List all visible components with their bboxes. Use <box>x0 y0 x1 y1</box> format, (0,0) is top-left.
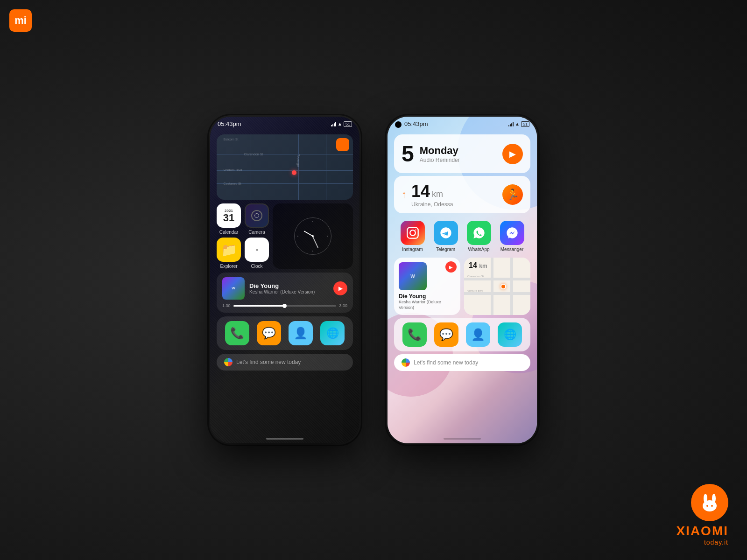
dark-music-artist: Kesha Warrior (Deluxe Version) <box>249 289 329 294</box>
light-dock-contacts[interactable]: 👤 <box>466 322 490 347</box>
light-apps-row: Instagram Telegram <box>394 216 530 255</box>
brand-sub: today.it <box>676 539 728 546</box>
light-battery-icon: 51 <box>521 121 529 127</box>
dark-map-widget[interactable]: Balcom St Clarendon St Ventura Blvd Cost… <box>217 134 353 200</box>
brand-name: XIAOMI <box>676 524 728 539</box>
steps-arrow-icon: ↑ <box>402 189 407 201</box>
whatsapp-icon <box>467 221 491 245</box>
app-messenger[interactable]: Messanger <box>500 221 524 252</box>
dark-apps-section: 2021 31 Calendar 📁 Explorer <box>217 203 353 269</box>
light-phone: 05:43pm ▲ 51 5 Monday <box>388 117 537 443</box>
svg-rect-5 <box>407 227 418 238</box>
dock-contacts[interactable]: 👤 <box>289 321 313 345</box>
dark-home-indicator <box>266 438 303 440</box>
clock-icon <box>245 238 269 262</box>
dark-dock: 📞 💬 👤 🌐 <box>217 316 353 350</box>
app-explorer[interactable]: 📁 Explorer <box>217 238 241 269</box>
light-dock-notes[interactable]: 🌐 <box>498 322 522 347</box>
light-dock: 📞 💬 👤 🌐 <box>394 318 530 351</box>
dark-album-art: W <box>222 277 245 300</box>
light-signal-icon <box>508 122 514 126</box>
light-dock-phone[interactable]: 📞 <box>402 322 427 347</box>
dark-progress-track[interactable] <box>233 305 337 307</box>
calendar-label: Calendar <box>219 230 239 235</box>
camera-icon <box>245 203 269 228</box>
clock-label: Clock <box>251 264 262 269</box>
instagram-label: Instagram <box>402 247 423 252</box>
light-audio-play[interactable]: ▶ <box>502 144 523 164</box>
app-clock[interactable]: Clock <box>245 238 269 269</box>
light-map-widget[interactable]: Clarendon St Ventura Blvd 14 km <box>464 258 530 315</box>
dark-search-text: Let's find some new today <box>236 359 301 365</box>
dark-status-bar: 05:43pm ▲ 51 <box>210 117 359 129</box>
light-status-icons: ▲ 51 <box>508 121 529 127</box>
whatsapp-label: WhatsApp <box>468 247 489 252</box>
app-telegram[interactable]: Telegram <box>434 221 458 252</box>
signal-icon <box>331 122 336 126</box>
google-logo <box>224 358 233 366</box>
map-location-dot <box>292 170 296 175</box>
dark-music-widget[interactable]: W Die Young Kesha Warrior (Deluxe Versio… <box>217 273 353 313</box>
dark-time-total: 3:00 <box>339 303 347 308</box>
dock-notes[interactable]: 🌐 <box>320 321 345 345</box>
app-instagram[interactable]: Instagram <box>401 221 425 252</box>
dock-messages[interactable]: 💬 <box>257 321 281 345</box>
app-whatsapp[interactable]: WhatsApp <box>467 221 491 252</box>
svg-point-1 <box>704 494 707 503</box>
xiaomi-branding: XIAOMI today.it <box>676 484 728 546</box>
dark-phone: 05:43pm ▲ 51 <box>210 117 359 443</box>
light-cal-date: 5 <box>402 141 414 167</box>
dark-phone-content: Balcom St Clarendon St Ventura Blvd Cost… <box>210 117 359 443</box>
wifi-icon: ▲ <box>338 121 342 126</box>
telegram-icon <box>434 221 458 245</box>
dark-status-icons: ▲ 51 <box>331 121 352 127</box>
xiaomi-rabbit-icon <box>691 484 728 521</box>
light-google-logo <box>402 358 410 367</box>
svg-point-7 <box>415 229 416 230</box>
light-search-text: Let's find some new today <box>414 359 478 366</box>
light-play-button[interactable]: ▶ <box>445 261 457 273</box>
calendar-day: 31 <box>223 213 234 223</box>
light-status-bar: 05:43pm ▲ 51 <box>388 117 537 129</box>
svg-point-6 <box>410 230 416 236</box>
explorer-label: Explorer <box>220 264 237 269</box>
dark-play-button[interactable]: ▶ <box>333 281 347 295</box>
messenger-label: Messanger <box>500 247 523 252</box>
app-calendar[interactable]: 2021 31 Calendar <box>217 203 241 235</box>
light-wifi-icon: ▲ <box>515 121 520 126</box>
phones-container: 05:43pm ▲ 51 <box>210 117 537 443</box>
steps-location: Ukraine, Odessa <box>411 201 453 208</box>
instagram-icon <box>401 221 425 245</box>
svg-point-2 <box>712 494 716 503</box>
dock-phone[interactable]: 📞 <box>225 321 249 345</box>
map-expand-button[interactable] <box>336 138 349 151</box>
dark-time-current: 1:30 <box>222 303 231 308</box>
explorer-icon: 📁 <box>217 238 241 262</box>
mi-logo: mi <box>9 9 32 32</box>
light-steps-widget[interactable]: ↑ 14 km Ukraine, Odessa 🏃 <box>394 176 530 213</box>
light-album-art: W <box>399 262 427 290</box>
light-map-dot <box>500 284 506 289</box>
light-widgets-row: ▶ W Die Young Kesha Warrior (Deluxe Vers… <box>394 258 530 315</box>
dark-status-time: 05:43pm <box>218 120 241 127</box>
light-search-bar[interactable]: Let's find some new today <box>394 354 530 371</box>
light-calendar-widget[interactable]: 5 Monday Audio Reminder ▶ <box>394 134 530 173</box>
app-camera[interactable]: Camera <box>245 203 269 235</box>
messenger-icon <box>500 221 524 245</box>
dark-clock-widget <box>273 203 353 269</box>
light-music-widget[interactable]: ▶ W Die Young Kesha Warrior (Deluxe Vers… <box>394 258 460 315</box>
light-map-value: 14 km <box>469 261 487 270</box>
light-phone-content: 5 Monday Audio Reminder ▶ ↑ 14 km <box>388 117 537 443</box>
dark-music-title: Die Young <box>249 282 329 289</box>
light-dock-messages[interactable]: 💬 <box>434 322 458 347</box>
svg-point-3 <box>706 505 708 507</box>
light-status-time: 05:43pm <box>404 120 428 127</box>
svg-point-4 <box>711 505 713 507</box>
dark-search-bar[interactable]: Let's find some new today <box>217 354 353 371</box>
light-cal-sub: Audio Reminder <box>420 157 502 163</box>
steps-unit: km <box>432 189 443 199</box>
battery-icon: 51 <box>344 121 352 127</box>
dark-progress-fill <box>233 305 285 307</box>
light-music-artist: Kesha Warrior (Deluxe Version) <box>399 300 456 310</box>
light-punch-hole <box>395 121 402 128</box>
